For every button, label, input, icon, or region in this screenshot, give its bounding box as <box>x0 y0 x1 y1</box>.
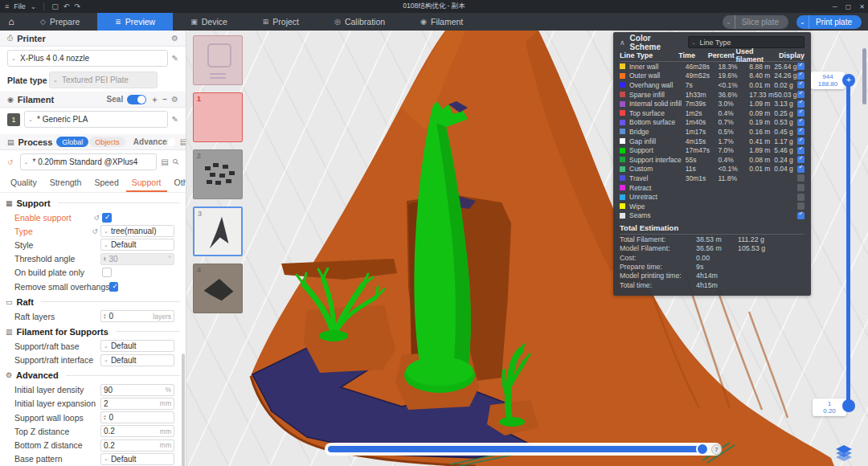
viewport-3d[interactable]: 1234 ∧ Color Scheme ⌄ Line Type Line Typ… <box>186 31 868 466</box>
file-menu[interactable]: File <box>14 2 26 10</box>
sidebar-scrollbar[interactable] <box>182 354 185 466</box>
display-checkbox[interactable] <box>797 156 805 163</box>
filament-section-header: ◉ Filament Seal ＋ − ⚙ <box>0 92 186 108</box>
plate-type-select[interactable]: ⌄ Textured PEI Plate <box>49 72 158 88</box>
support-raft-base-select[interactable]: ⌄Default <box>100 340 174 352</box>
advanced-group-icon: ⚙ <box>6 371 12 379</box>
plate-thumbnail[interactable]: 2 <box>193 149 243 199</box>
global-tab[interactable]: Global <box>56 137 88 147</box>
process-tab-support[interactable]: Support <box>126 176 167 192</box>
process-preset-select[interactable]: ⌄ * 0.20mm Standard @XPlus4 <box>20 153 158 170</box>
move-slider-handle[interactable] <box>696 443 709 456</box>
plate-thumbnail-selected[interactable]: 3 <box>193 206 243 256</box>
display-checkbox[interactable] <box>797 202 805 210</box>
top-z-distance-input[interactable]: ⌄▴▾0.2mm <box>100 425 174 437</box>
line-type-color-swatch <box>620 175 625 181</box>
display-checkbox[interactable] <box>797 137 805 145</box>
plate-thumbnail[interactable]: 1 <box>193 92 243 142</box>
move-slider-track[interactable]: 7 <box>325 443 722 456</box>
display-checkbox[interactable] <box>797 81 805 88</box>
seal-toggle[interactable] <box>127 95 146 104</box>
process-tab-speed[interactable]: Speed <box>88 176 124 192</box>
filament-preset-select[interactable]: ⌄ * Generic PLA <box>24 111 168 128</box>
layer-slider-top-handle[interactable]: + <box>842 74 855 87</box>
display-checkbox[interactable] <box>797 72 805 80</box>
maximize-icon[interactable]: ▢ <box>845 3 852 10</box>
undo-icon[interactable]: ↶ <box>63 2 70 10</box>
legend-row: Outer wall 49m52s 19.6% 8.40 m 24.26 g <box>620 72 805 81</box>
home-button[interactable]: ⌂ <box>0 13 23 31</box>
plate-thumbnail[interactable]: 4 <box>193 264 243 313</box>
search-icon[interactable]: ⚲ <box>170 157 181 167</box>
threshold-angle-input[interactable]: ▴▾30° <box>100 253 174 265</box>
slice-dropdown-icon[interactable]: ⌄ <box>723 15 735 29</box>
display-checkbox[interactable] <box>797 109 805 117</box>
remove-filament-icon[interactable]: − <box>162 95 167 104</box>
close-icon[interactable]: ✕ <box>859 3 865 10</box>
display-checkbox[interactable] <box>797 128 805 135</box>
initial-layer-expansion-input[interactable]: ⌄▴▾2mm <box>100 398 174 410</box>
display-checkbox[interactable] <box>797 91 805 98</box>
minimize-icon[interactable]: ─ <box>833 3 837 10</box>
process-tab-strength[interactable]: Strength <box>44 176 88 192</box>
display-checkbox[interactable] <box>797 166 805 173</box>
layer-slider-bottom-handle[interactable] <box>842 399 855 412</box>
display-checkbox[interactable] <box>797 212 805 219</box>
edit-filament-icon[interactable]: ✎ <box>172 115 178 124</box>
base-pattern-select[interactable]: ⌄▴▾Default <box>100 453 174 465</box>
tab-filament[interactable]: ◉Filament <box>403 13 481 31</box>
reset-process-icon[interactable]: ↺ <box>7 158 14 166</box>
setting-row: Type ↺ ⌄tree(manual) <box>0 224 186 238</box>
on-build-plate-only-checkbox[interactable] <box>102 268 112 277</box>
layer-slider-track[interactable] <box>846 80 850 406</box>
tab-calibration[interactable]: ◎Calibration <box>317 13 403 31</box>
total-estimation-title: Total Estimation <box>620 223 805 235</box>
support-type-select[interactable]: ⌄tree(manual) <box>100 225 174 237</box>
display-checkbox[interactable] <box>797 63 805 70</box>
enable-support-checkbox[interactable] <box>102 213 112 223</box>
save-preset-icon[interactable]: ▤ <box>161 157 168 166</box>
tab-preview[interactable]: ≣Preview <box>97 13 173 31</box>
printer-preset-select[interactable]: ⌄ X-Plus 4 0.4 nozzle <box>7 50 168 67</box>
display-checkbox[interactable] <box>797 184 805 191</box>
remove-small-overhangs-checkbox[interactable] <box>109 282 118 292</box>
chevron-down-icon[interactable]: ⌄ <box>31 2 37 10</box>
support-style-select[interactable]: ⌄Default <box>100 239 174 251</box>
display-checkbox[interactable] <box>797 147 805 154</box>
viewport-scrollbar[interactable] <box>862 48 866 104</box>
display-checkbox[interactable] <box>797 174 805 182</box>
support-wall-loops-input[interactable]: ⌄▴▾0 <box>100 411 174 423</box>
add-filament-icon[interactable]: ＋ <box>150 94 158 105</box>
redo-icon[interactable]: ↷ <box>74 2 80 10</box>
parameter-list-icon[interactable]: ▤ <box>180 137 186 146</box>
process-tab-others[interactable]: Others <box>169 176 186 192</box>
print-plate-button[interactable]: ⌄ Print plate <box>796 15 862 29</box>
legend-column-headers: Line Type Time Percent Used filament Dis… <box>620 50 805 62</box>
edit-printer-icon[interactable]: ✎ <box>172 54 178 63</box>
collapse-panel-icon[interactable]: ∧ <box>620 39 625 47</box>
filament-settings-gear-icon[interactable]: ⚙ <box>171 95 178 104</box>
process-tab-quality[interactable]: Quality <box>5 176 43 192</box>
display-checkbox[interactable] <box>797 119 805 126</box>
tab-device[interactable]: ▣Device <box>173 13 245 31</box>
support-raft-interface-select[interactable]: ⌄Default <box>100 354 174 366</box>
bottom-z-distance-input[interactable]: ⌄▴▾0.2mm <box>100 439 174 452</box>
display-checkbox[interactable] <box>797 100 805 108</box>
menu-icon[interactable]: ≡ <box>5 2 9 10</box>
plate-thumbnail[interactable] <box>193 35 243 85</box>
new-project-icon[interactable]: ▢ <box>51 2 59 10</box>
objects-tab[interactable]: Objects <box>89 137 125 147</box>
setting-row: Remove small overhangs <box>0 280 186 293</box>
view-mode-select[interactable]: ⌄ Line Type <box>688 36 805 48</box>
reset-icon[interactable]: ↺ <box>92 227 98 235</box>
print-dropdown-icon[interactable]: ⌄ <box>796 15 809 29</box>
tab-project[interactable]: ⊞Project <box>245 13 317 31</box>
display-checkbox[interactable] <box>797 194 805 201</box>
printer-settings-gear-icon[interactable]: ⚙ <box>171 34 178 43</box>
initial-layer-density-input[interactable]: ⌄▴▾90% <box>100 384 174 396</box>
raft-layers-input[interactable]: ▴▾0layers <box>100 310 174 322</box>
tab-prepare[interactable]: ◇Prepare <box>23 13 97 31</box>
reset-icon[interactable]: ↺ <box>93 214 100 222</box>
layers-view-button[interactable] <box>834 444 854 463</box>
slice-plate-button[interactable]: ⌄ Slice plate <box>723 15 788 29</box>
